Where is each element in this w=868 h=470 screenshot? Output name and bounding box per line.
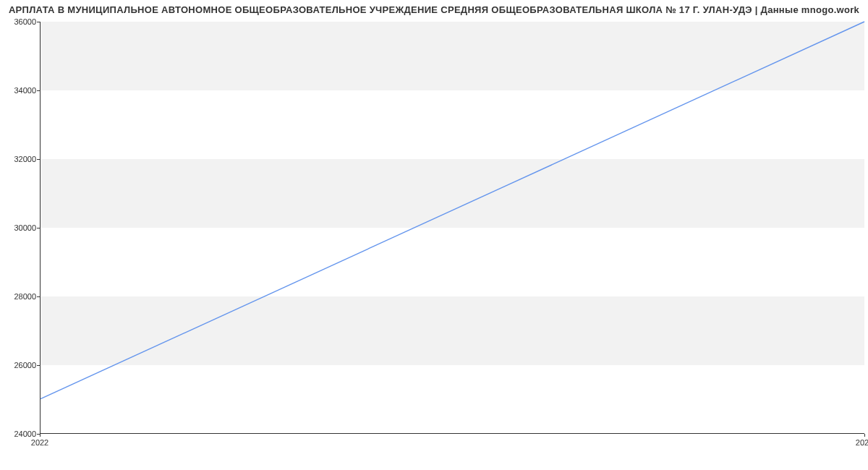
y-tick-label: 24000 (14, 430, 36, 438)
x-tick-label: 2022 (31, 438, 48, 447)
y-tick-mark (37, 90, 40, 91)
y-tick-label: 28000 (14, 292, 36, 301)
x-tick-mark (864, 434, 865, 437)
chart-container: АРПЛАТА В МУНИЦИПАЛЬНОЕ АВТОНОМНОЕ ОБЩЕО… (0, 0, 868, 470)
x-tick-label: 2024 (856, 438, 868, 447)
y-tick-mark (37, 159, 40, 160)
y-tick-label: 32000 (14, 155, 36, 163)
y-tick-label: 26000 (14, 361, 36, 369)
plot-area (40, 22, 864, 434)
y-tick-mark (37, 228, 40, 228)
x-tick-mark (40, 434, 41, 437)
y-tick-mark (37, 296, 40, 297)
y-tick-label: 30000 (14, 223, 36, 232)
y-tick-mark (37, 22, 40, 22)
y-tick-label: 36000 (14, 17, 36, 26)
y-tick-mark (37, 365, 40, 366)
y-tick-label: 34000 (14, 86, 36, 95)
line-series (41, 22, 864, 433)
chart-title: АРПЛАТА В МУНИЦИПАЛЬНОЕ АВТОНОМНОЕ ОБЩЕО… (0, 4, 868, 15)
